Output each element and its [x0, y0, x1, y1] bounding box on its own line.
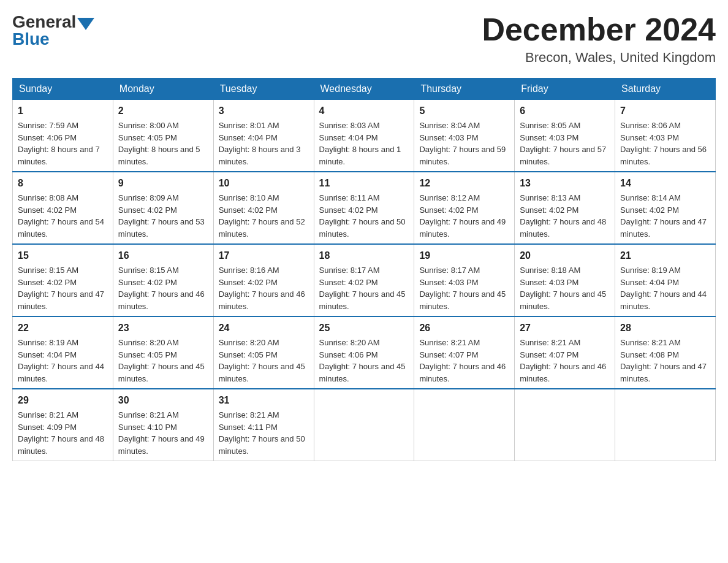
daylight-text: Daylight: 7 hours and 46 minutes.	[219, 289, 305, 311]
daylight-text: Daylight: 7 hours and 50 minutes.	[319, 217, 406, 239]
daylight-text: Daylight: 7 hours and 54 minutes.	[18, 217, 104, 239]
sunset-text: Sunset: 4:03 PM	[419, 278, 478, 287]
sunrise-text: Sunrise: 8:16 AM	[219, 266, 279, 275]
calendar-week-row: 8 Sunrise: 8:08 AM Sunset: 4:02 PM Dayli…	[13, 172, 716, 244]
sunset-text: Sunset: 4:03 PM	[520, 278, 578, 287]
sunrise-text: Sunrise: 8:08 AM	[18, 193, 78, 202]
cell-content: 25 Sunrise: 8:20 AM Sunset: 4:06 PM Dayl…	[319, 321, 409, 385]
daylight-text: Daylight: 8 hours and 5 minutes.	[118, 145, 200, 166]
calendar-week-row: 15 Sunrise: 8:15 AM Sunset: 4:02 PM Dayl…	[13, 244, 716, 316]
calendar-cell	[615, 389, 716, 461]
weekday-header-friday: Friday	[515, 79, 615, 100]
cell-content: 24 Sunrise: 8:20 AM Sunset: 4:05 PM Dayl…	[219, 321, 309, 385]
day-number: 29	[18, 393, 108, 408]
day-number: 28	[620, 321, 710, 335]
sunset-text: Sunset: 4:06 PM	[319, 350, 378, 359]
calendar-cell: 2 Sunrise: 8:00 AM Sunset: 4:05 PM Dayli…	[113, 100, 213, 172]
sunrise-text: Sunrise: 8:00 AM	[118, 121, 179, 130]
day-number: 17	[219, 248, 309, 263]
calendar-cell: 12 Sunrise: 8:12 AM Sunset: 4:02 PM Dayl…	[414, 172, 515, 244]
calendar-week-row: 22 Sunrise: 8:19 AM Sunset: 4:04 PM Dayl…	[13, 316, 716, 389]
weekday-header-saturday: Saturday	[615, 79, 716, 100]
sunrise-text: Sunrise: 8:21 AM	[219, 410, 279, 419]
sunset-text: Sunset: 4:02 PM	[219, 205, 278, 215]
daylight-text: Daylight: 7 hours and 45 minutes.	[419, 289, 506, 311]
day-number: 13	[520, 176, 610, 191]
day-number: 5	[419, 104, 509, 118]
day-number: 10	[219, 176, 309, 191]
sunset-text: Sunset: 4:08 PM	[620, 350, 679, 359]
cell-content: 14 Sunrise: 8:14 AM Sunset: 4:02 PM Dayl…	[620, 176, 710, 240]
sunrise-text: Sunrise: 8:20 AM	[219, 338, 279, 347]
calendar-cell: 8 Sunrise: 8:08 AM Sunset: 4:02 PM Dayli…	[13, 172, 113, 244]
sunrise-text: Sunrise: 8:12 AM	[419, 193, 480, 202]
day-number: 20	[520, 248, 610, 263]
sunrise-text: Sunrise: 8:05 AM	[520, 121, 580, 130]
sunset-text: Sunset: 4:07 PM	[419, 350, 478, 359]
logo-area: General Blue	[12, 12, 94, 49]
calendar-cell: 25 Sunrise: 8:20 AM Sunset: 4:06 PM Dayl…	[314, 316, 414, 389]
sunset-text: Sunset: 4:02 PM	[18, 205, 77, 215]
day-number: 22	[18, 321, 108, 335]
sunrise-text: Sunrise: 8:21 AM	[520, 338, 580, 347]
calendar-cell: 17 Sunrise: 8:16 AM Sunset: 4:02 PM Dayl…	[213, 244, 314, 316]
sunset-text: Sunset: 4:11 PM	[219, 423, 278, 432]
day-number: 7	[620, 104, 710, 118]
cell-content: 15 Sunrise: 8:15 AM Sunset: 4:02 PM Dayl…	[18, 248, 108, 312]
calendar-cell: 10 Sunrise: 8:10 AM Sunset: 4:02 PM Dayl…	[213, 172, 314, 244]
sunrise-text: Sunrise: 8:04 AM	[419, 121, 480, 130]
sunrise-text: Sunrise: 8:10 AM	[219, 193, 279, 202]
sunset-text: Sunset: 4:04 PM	[219, 133, 278, 142]
calendar-cell: 22 Sunrise: 8:19 AM Sunset: 4:04 PM Dayl…	[13, 316, 113, 389]
calendar-cell: 7 Sunrise: 8:06 AM Sunset: 4:03 PM Dayli…	[615, 100, 716, 172]
sunrise-text: Sunrise: 7:59 AM	[18, 121, 78, 130]
cell-content: 7 Sunrise: 8:06 AM Sunset: 4:03 PM Dayli…	[620, 104, 710, 167]
day-number: 12	[419, 176, 509, 191]
sunset-text: Sunset: 4:05 PM	[219, 350, 278, 359]
sunrise-text: Sunrise: 8:19 AM	[620, 266, 681, 275]
calendar-cell: 6 Sunrise: 8:05 AM Sunset: 4:03 PM Dayli…	[515, 100, 615, 172]
calendar-cell: 4 Sunrise: 8:03 AM Sunset: 4:04 PM Dayli…	[314, 100, 414, 172]
calendar-cell: 30 Sunrise: 8:21 AM Sunset: 4:10 PM Dayl…	[113, 389, 213, 461]
sunset-text: Sunset: 4:03 PM	[419, 133, 478, 142]
day-number: 31	[219, 393, 309, 408]
calendar-cell: 15 Sunrise: 8:15 AM Sunset: 4:02 PM Dayl…	[13, 244, 113, 316]
cell-content: 22 Sunrise: 8:19 AM Sunset: 4:04 PM Dayl…	[18, 321, 108, 385]
sunrise-text: Sunrise: 8:20 AM	[118, 338, 179, 347]
day-number: 27	[520, 321, 610, 335]
cell-content: 16 Sunrise: 8:15 AM Sunset: 4:02 PM Dayl…	[118, 248, 208, 312]
daylight-text: Daylight: 7 hours and 45 minutes.	[219, 362, 305, 383]
cell-content: 10 Sunrise: 8:10 AM Sunset: 4:02 PM Dayl…	[219, 176, 309, 240]
sunset-text: Sunset: 4:09 PM	[18, 423, 77, 432]
day-number: 8	[18, 176, 108, 191]
calendar-cell: 24 Sunrise: 8:20 AM Sunset: 4:05 PM Dayl…	[213, 316, 314, 389]
logo-arrow-icon	[77, 18, 94, 30]
daylight-text: Daylight: 7 hours and 56 minutes.	[620, 145, 707, 166]
calendar-cell: 5 Sunrise: 8:04 AM Sunset: 4:03 PM Dayli…	[414, 100, 515, 172]
day-number: 30	[118, 393, 208, 408]
cell-content: 17 Sunrise: 8:16 AM Sunset: 4:02 PM Dayl…	[219, 248, 309, 312]
day-number: 11	[319, 176, 409, 191]
sunset-text: Sunset: 4:07 PM	[520, 350, 578, 359]
calendar-cell: 26 Sunrise: 8:21 AM Sunset: 4:07 PM Dayl…	[414, 316, 515, 389]
cell-content: 3 Sunrise: 8:01 AM Sunset: 4:04 PM Dayli…	[219, 104, 309, 167]
weekday-header-monday: Monday	[113, 79, 213, 100]
calendar-cell: 28 Sunrise: 8:21 AM Sunset: 4:08 PM Dayl…	[615, 316, 716, 389]
daylight-text: Daylight: 7 hours and 47 minutes.	[620, 217, 707, 239]
daylight-text: Daylight: 8 hours and 3 minutes.	[219, 145, 301, 166]
cell-content: 28 Sunrise: 8:21 AM Sunset: 4:08 PM Dayl…	[620, 321, 710, 385]
calendar-cell: 16 Sunrise: 8:15 AM Sunset: 4:02 PM Dayl…	[113, 244, 213, 316]
sunrise-text: Sunrise: 8:21 AM	[118, 410, 179, 419]
sunset-text: Sunset: 4:04 PM	[319, 133, 378, 142]
sunrise-text: Sunrise: 8:14 AM	[620, 193, 681, 202]
sunset-text: Sunset: 4:10 PM	[118, 423, 177, 432]
daylight-text: Daylight: 7 hours and 47 minutes.	[620, 362, 707, 383]
sunset-text: Sunset: 4:02 PM	[419, 205, 478, 215]
daylight-text: Daylight: 7 hours and 48 minutes.	[18, 434, 104, 456]
sunrise-text: Sunrise: 8:17 AM	[319, 266, 380, 275]
calendar-cell: 23 Sunrise: 8:20 AM Sunset: 4:05 PM Dayl…	[113, 316, 213, 389]
sunset-text: Sunset: 4:05 PM	[118, 350, 177, 359]
sunset-text: Sunset: 4:02 PM	[219, 278, 278, 287]
daylight-text: Daylight: 7 hours and 44 minutes.	[18, 362, 104, 383]
sunrise-text: Sunrise: 8:20 AM	[319, 338, 380, 347]
